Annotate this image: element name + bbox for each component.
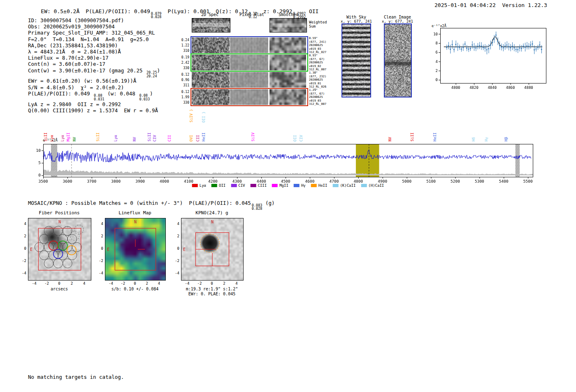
spectrum-line-label: CIV: [153, 135, 157, 141]
fiber-positions-map: [28, 218, 91, 281]
spectrum-line-label: MgII: [66, 132, 70, 141]
legend-item: OII: [211, 183, 225, 188]
legend-swatch: [251, 184, 256, 187]
cutout-row-annotation: 0.93"(677, 67)20200625v019_02312_RL_007: [309, 54, 326, 72]
legend-item: HeII: [311, 183, 327, 188]
weighted-sum-label: WeightedSum: [309, 20, 327, 28]
cutout-col-header: Pixel Flat: [239, 12, 264, 17]
axis-tick-label: 4: [101, 222, 103, 226]
cutout-row-annotation: 1.29"(677, 67)20200625v019_03312_RL_007: [309, 88, 326, 106]
kpno-image: [181, 218, 244, 281]
axis-tick-label: 4: [158, 281, 160, 285]
spectrum-line-label: SiII: [147, 132, 151, 141]
legend-item: MgII: [272, 183, 288, 188]
legend-swatch: [294, 184, 300, 187]
withsky-image: [341, 23, 371, 97]
row-smoothed-image: [269, 89, 306, 105]
axis-tick-label: 4: [24, 222, 26, 226]
legend-label: CIV: [238, 183, 245, 188]
spectrum-line-label: OII }: [202, 111, 206, 123]
legend-label: HeII: [318, 183, 327, 188]
cutout-row: [190, 88, 308, 106]
axis-tick-label: 2: [146, 281, 148, 285]
axis-tick-label: 0: [24, 246, 26, 251]
clean-coords: x, y: 677, 241: [382, 19, 413, 23]
withsky-image-canvas: [342, 24, 370, 97]
legend-swatch: [211, 184, 217, 187]
legend-label: MgII: [279, 183, 288, 188]
panel-title-lineflux-map: Lineflux Map: [118, 210, 151, 216]
axis-tick-label: -4: [175, 271, 179, 275]
row-2dspec-image: [192, 89, 230, 105]
legend-label: (K)CaII: [340, 183, 355, 188]
spectrum-line-label: HeII: [202, 132, 206, 141]
clean-title: Clean Image: [384, 15, 411, 19]
cutout-row-annotation: 1.30"(677, 232)20200625v019_01312_RL_026: [309, 71, 326, 89]
legend-item: CIV: [231, 183, 245, 188]
spectrum-legend: LyαOIICIVCIIIMgIIHγHeII(K)CaII(H)CaII: [192, 183, 384, 188]
axis-tick-label: 4: [83, 281, 85, 285]
axis-tick-label: 0: [211, 281, 213, 285]
legend-item: (H)CaII: [361, 183, 384, 188]
weighted-smoothed-image: [269, 18, 307, 32]
clean-image-canvas: [385, 24, 411, 97]
legend-swatch: [192, 184, 198, 187]
axis-tick-label: -4: [109, 281, 113, 285]
cutout-col-header: 2D Spec: [201, 12, 218, 17]
axis-tick-label: -2: [175, 259, 179, 263]
spectrum-line-label: SiII: [44, 132, 48, 141]
legend-swatch: [361, 184, 367, 187]
row-2dspec-image: [192, 37, 230, 53]
cutout-row-metrics: 0.121.99330: [168, 89, 189, 105]
axis-tick-label: 2: [24, 234, 26, 238]
legend-label: Hγ: [301, 183, 306, 188]
spectrum-line-label: CIV: [299, 135, 303, 141]
clean-image: [384, 23, 412, 97]
spectrum-line-label: Hβ: [504, 137, 508, 141]
axis-tick-label: -2: [99, 259, 103, 263]
spectrum-line-label: Hγ: [484, 137, 488, 141]
axis-tick-label: -4: [185, 281, 190, 285]
axis-tick-label: 2: [71, 281, 73, 285]
axis-tick-label: 0: [177, 246, 179, 251]
row-pixelflat-image: [230, 37, 268, 53]
spectrum-line-label: OII: [293, 135, 297, 141]
row-2dspec-image: [192, 55, 230, 70]
spectrum-line-label: CII: [167, 135, 172, 141]
spectrum-chart: [35, 143, 537, 183]
cutout-col-header: Smoothed: [279, 12, 298, 17]
axis-tick-label: -2: [22, 259, 26, 263]
row-2dspec-image: [192, 72, 230, 88]
lineflux-map: [105, 218, 166, 281]
panel-title-fiber-positions: Fiber Positions: [39, 210, 79, 216]
spectrum-line-label: NV: [388, 137, 392, 141]
panel-title-kpno: KPNO(24.7) g: [195, 210, 228, 216]
axis-tick-label: 0: [101, 246, 103, 251]
spectrum-line-label: CII: [196, 135, 200, 141]
axis-tick-label: 2: [223, 281, 225, 285]
axis-tick-label: -4: [32, 281, 37, 285]
row-pixelflat-image: [230, 55, 268, 70]
cutout-row-metrics: 0.192.42330: [168, 55, 189, 71]
kpno-xlabel2: EWr: 0. PLAE: 0.045: [188, 292, 235, 296]
spectrum-line-labels: SiIILyαLyαMgIINVSiIILyαNVSiIICIVCIIOVISi…: [0, 108, 576, 142]
legend-swatch: [272, 184, 278, 187]
spectrum-line-label: HeII: [433, 132, 437, 141]
report-page: EW: 0.5±0.2ÅP(LAE)/P(OII): 0.0490.0790.0…: [0, 0, 576, 392]
axis-tick-label: -2: [197, 281, 202, 285]
spectrum-line-label: Lyα: [50, 135, 54, 141]
legend-item: Lyα: [192, 183, 206, 188]
axis-tick-label: 0: [134, 281, 136, 285]
footer-line: No matching targets in catalog.: [28, 374, 124, 381]
cutout-row: [190, 71, 308, 89]
axis-tick-label: 2: [101, 234, 103, 238]
axis-tick-label: 0: [58, 281, 60, 285]
fiber-xlabel: arcsecs: [51, 287, 68, 291]
row-smoothed-image: [269, 55, 306, 70]
legend-label: (H)CaII: [368, 183, 384, 188]
row-smoothed-image: [269, 72, 306, 88]
kpno-xlabel: m:19.3 re:1.9" s:1.2": [186, 287, 238, 291]
spectrum-line-label: Lyα: [114, 135, 118, 141]
spectrum-line-label: SiIV: [251, 132, 255, 141]
cutout-row: [190, 36, 308, 54]
